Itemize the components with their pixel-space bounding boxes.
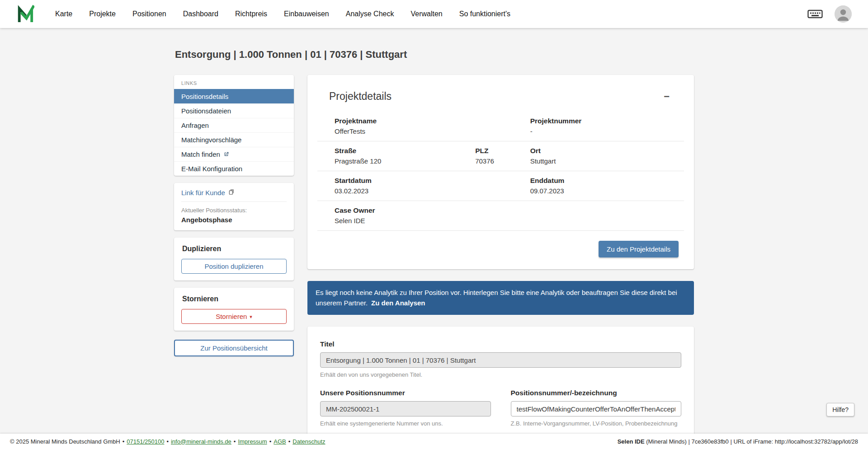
titel-input — [320, 352, 681, 368]
sidebar-item-email-konfiguration[interactable]: E-Mail Konfiguration — [174, 161, 294, 176]
nav-item-einbauweisen[interactable]: Einbauweisen — [284, 10, 329, 18]
position-form-card: Titel Erhält den von uns vorgegebenen Ti… — [307, 327, 694, 449]
project-details-heading: Projektdetails — [329, 90, 392, 103]
sidebar-item-anfragen[interactable]: Anfragen — [174, 118, 294, 132]
sidebar: LINKS Positionsdetails Positionsdateien … — [174, 75, 294, 356]
customer-link-label: Link für Kunde — [181, 189, 225, 196]
project-row: Straße Pragstraße 120 PLZ 70376 Ort Stut… — [317, 141, 684, 171]
startdatum-value: 03.02.2023 — [335, 187, 530, 195]
footer-separator: • — [166, 438, 169, 445]
main-column: Projektdetails − Projektname OfferTests … — [307, 75, 694, 449]
nav-item-karte[interactable]: Karte — [55, 10, 72, 18]
navbar-right — [807, 5, 852, 23]
footer-datenschutz-link[interactable]: Datenschutz — [292, 438, 325, 445]
footer-copyright: © 2025 Mineral Minds Deutschland GmbH — [10, 438, 120, 445]
footer-separator: • — [234, 438, 236, 445]
projektnummer-value: - — [530, 127, 678, 135]
duplicate-header: Duplizieren — [182, 245, 286, 253]
footer-agb-link[interactable]: AGB — [274, 438, 286, 445]
case-owner-label: Case Owner — [335, 206, 678, 215]
footer-session-details: (Mineral Minds) | 7ce360e83fb0 | URL of … — [645, 438, 858, 445]
sidebar-item-label: Matchingvorschläge — [181, 136, 241, 144]
case-owner-value: Selen IDE — [335, 217, 678, 224]
projektname-value: OfferTests — [335, 127, 530, 135]
sidebar-item-label: Match finden — [181, 150, 220, 158]
nav-item-richtpreis[interactable]: Richtpreis — [235, 10, 267, 18]
project-row: Projektname OfferTests Projektnummer - — [317, 112, 684, 141]
collapse-icon[interactable]: − — [661, 91, 672, 102]
enddatum-value: 09.07.2023 — [530, 187, 678, 195]
dropdown-caret-icon: ▾ — [250, 314, 252, 320]
links-header: LINKS — [174, 75, 294, 89]
cancel-card: Stornieren Stornieren▾ — [174, 288, 294, 331]
sidebar-item-label: E-Mail Konfiguration — [181, 165, 242, 173]
logo-icon — [16, 4, 34, 24]
page-title: Entsorgung | 1.000 Tonnen | 01 | 70376 |… — [175, 49, 694, 61]
sidebar-item-label: Anfragen — [181, 122, 209, 129]
sidebar-item-positionsdateien[interactable]: Positionsdateien — [174, 103, 294, 118]
project-row: Case Owner Selen IDE — [317, 201, 684, 231]
nav-item-projekte[interactable]: Projekte — [89, 10, 116, 18]
startdatum-label: Startdatum — [335, 177, 530, 185]
nav-item-so-funktionierts[interactable]: So funktioniert's — [459, 10, 510, 18]
footer-separator: • — [269, 438, 272, 445]
cancel-position-button[interactable]: Stornieren▾ — [181, 309, 287, 324]
plz-value: 70376 — [475, 157, 530, 165]
titel-label: Titel — [320, 340, 681, 348]
footer-email-link[interactable]: info@mineral-minds.de — [171, 438, 231, 445]
nav-item-analyse-check[interactable]: Analyse Check — [346, 10, 394, 18]
custom-position-number-helper: Z.B. Interne-Vorgangsnummer, LV-Position… — [511, 420, 682, 427]
sidebar-item-positionsdetails[interactable]: Positionsdetails — [174, 89, 294, 103]
customer-link[interactable]: Link für Kunde — [181, 189, 287, 202]
user-avatar[interactable] — [835, 5, 852, 23]
custom-position-number-input[interactable] — [511, 401, 682, 416]
our-position-number-label: Unsere Positionsnummer — [320, 389, 491, 397]
footer-session-info: Selen IDE (Mineral Minds) | 7ce360e83fb0… — [618, 438, 858, 445]
analytics-info-banner: Es liegt noch keine Analytik zu Ihrer Po… — [307, 281, 694, 315]
position-overview-button[interactable]: Zur Positionsübersicht — [174, 340, 294, 356]
banner-text: Es liegt noch keine Analytik zu Ihrer Po… — [316, 289, 677, 307]
enddatum-label: Enddatum — [530, 177, 678, 185]
ort-value: Stuttgart — [530, 157, 678, 165]
cancel-header: Stornieren — [182, 295, 286, 303]
duplicate-card: Duplizieren Position duplizieren — [174, 238, 294, 281]
footer-user-name: Selen IDE — [618, 438, 645, 445]
our-position-number-input — [320, 401, 491, 416]
titel-helper: Erhält den von uns vorgegebenen Titel. — [320, 371, 681, 378]
sidebar-links-card: LINKS Positionsdetails Positionsdateien … — [174, 75, 294, 176]
titel-field: Titel Erhält den von uns vorgegebenen Ti… — [320, 340, 681, 378]
our-position-number-helper: Erhält eine systemgenerierte Nummer von … — [320, 420, 491, 427]
our-position-number-field: Unsere Positionsnummer Erhält eine syste… — [320, 389, 491, 427]
strasse-value: Pragstraße 120 — [335, 157, 475, 165]
go-to-project-details-button[interactable]: Zu den Projektdetails — [599, 241, 679, 257]
nav-item-positionen[interactable]: Positionen — [132, 10, 166, 18]
nav-item-dashboard[interactable]: Dashboard — [183, 10, 218, 18]
sidebar-item-matchingvorschlaege[interactable]: Matchingvorschläge — [174, 132, 294, 147]
mineral-minds-logo[interactable] — [16, 4, 34, 24]
help-button[interactable]: Hilfe? — [826, 403, 854, 416]
footer-separator: • — [288, 438, 291, 445]
cancel-button-label: Stornieren — [216, 313, 247, 320]
sidebar-item-label: Positionsdateien — [181, 107, 231, 115]
duplicate-position-button[interactable]: Position duplizieren — [181, 259, 287, 274]
position-status-label: Aktueller Positionsstatus: — [181, 207, 287, 214]
nav-item-verwalten[interactable]: Verwalten — [410, 10, 442, 18]
footer-impressum-link[interactable]: Impressum — [238, 438, 267, 445]
project-row: Startdatum 03.02.2023 Enddatum 09.07.202… — [317, 171, 684, 201]
ort-label: Ort — [530, 147, 678, 155]
custom-position-number-label: Positionsnummer/-bezeichnung — [511, 389, 682, 397]
keyboard-icon[interactable] — [807, 9, 823, 19]
plz-label: PLZ — [475, 147, 530, 155]
main-navigation: Karte Projekte Positionen Dashboard Rich… — [55, 10, 510, 18]
project-details-card: Projektdetails − Projektname OfferTests … — [307, 75, 694, 269]
sidebar-item-match-finden[interactable]: Match finden — [174, 147, 294, 161]
projektnummer-label: Projektnummer — [530, 117, 678, 125]
projektname-label: Projektname — [335, 117, 530, 125]
footer-separator: • — [123, 438, 125, 445]
page-content: Entsorgung | 1.000 Tonnen | 01 | 70376 |… — [0, 28, 868, 449]
footer-phone-link[interactable]: 07151/250100 — [127, 438, 164, 445]
custom-position-number-field: Positionsnummer/-bezeichnung Z.B. Intern… — [511, 389, 682, 427]
copy-icon[interactable] — [228, 189, 235, 196]
customer-link-card: Link für Kunde Aktueller Positionsstatus… — [174, 183, 294, 230]
go-to-analyses-link[interactable]: Zu den Analysen — [371, 299, 425, 307]
